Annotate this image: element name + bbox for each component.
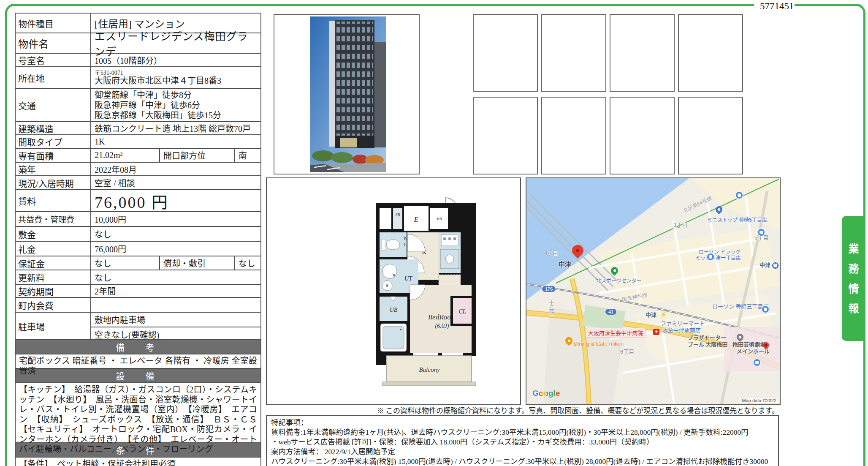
conditions-text: 【条件】 ペット相談・保証会社利用必須: [16, 457, 260, 466]
map-label-district3: 3丁目: [673, 221, 687, 229]
occupancy-status: 空室 / 相談: [91, 176, 260, 189]
map-label-district4: 4丁目: [544, 248, 558, 256]
key-money: 76,000円: [91, 242, 260, 256]
layout-type: 1K: [91, 135, 260, 148]
access: 御堂筋線「中津」徒歩8分 阪急神戸線「中津」徒歩6分 阪急京都線「大阪梅田」徒歩…: [91, 89, 260, 121]
map-label-lawson-toyosaki: ローソン 豊崎三丁目店: [712, 303, 769, 310]
table-row: 契約期間2年間: [16, 284, 260, 297]
svg-text:CL: CL: [458, 308, 466, 315]
table-row: 号室名1005（10階部分）: [16, 53, 260, 66]
property-table: 物件種目[住居用] マンション 物件名エスリードレジデンス梅田グランデ 号室名1…: [15, 13, 261, 466]
property-name: エスリードレジデンス梅田グランデ: [91, 33, 260, 53]
map-label-jusou: 十三筋: [548, 300, 555, 315]
metro-icon: M: [772, 262, 778, 269]
map-copyright: Map data ©2022: [741, 398, 778, 403]
photo-placeholder: [541, 97, 606, 174]
table-row: 現況/入居時期空室 / 相談: [16, 175, 260, 189]
svg-text:C: C: [404, 242, 407, 248]
table-row: 町内会費: [16, 297, 260, 312]
document-number: 5771451: [760, 1, 794, 12]
table-row: 交通 御堂筋線「中津」徒歩8分 阪急神戸線「中津」徒歩6分 阪急京都線「大阪梅田…: [16, 88, 260, 121]
map-label-famima2: 阪急中津駅前店: [662, 327, 701, 333]
map-label-lawson-drug2: ミック中津一丁目店: [695, 255, 741, 261]
parking: 敷地内駐車場 空きなし(要確認): [91, 313, 260, 339]
association-fee: [91, 298, 260, 312]
structure: 鉄筋コンクリート造 地上13階 総戸数70戸: [91, 122, 260, 134]
special-notes-title: 特記事項：: [271, 418, 774, 428]
table-row: 物件名エスリードレジデンス梅田グランデ: [16, 33, 260, 53]
management-fee: 10,000円: [91, 212, 260, 226]
deposit: なし: [91, 227, 260, 241]
map-label-district6: 6丁目: [620, 347, 634, 355]
room-number: 1005（10階部分）: [91, 54, 260, 66]
location-map: 北区第54号線 3丁目 ミニストップ 豊崎5丁目店 5丁目 4丁目 中津 ローソ…: [526, 177, 781, 405]
transit-icon: [706, 253, 715, 261]
table-row: 更新料なし: [16, 270, 260, 284]
photo-placeholder: [678, 14, 743, 92]
google-logo: Google: [532, 389, 560, 398]
svg-text:MB: MB: [436, 217, 442, 221]
photo-placeholder: [610, 97, 675, 174]
map-label-cafe: Dining & Cafe mikuri: [574, 341, 624, 347]
transit-icon: [761, 305, 770, 313]
address: 〒531-0071大阪府大阪市北区中津４丁目8番3: [91, 67, 260, 88]
business-info-tab: 業務情報: [842, 216, 864, 341]
floorplan-box: SB E MB W C K UT: [266, 177, 521, 405]
transit-icon: [757, 228, 765, 237]
svg-text:W: W: [403, 235, 408, 241]
svg-text:Balcony: Balcony: [419, 366, 439, 373]
equipment-text: 【キッチン】 給湯器（ガス）・ガスコンロ（2口）・システムキッチン 【水廻り】 …: [16, 382, 260, 442]
contract-period: 2年間: [91, 285, 260, 297]
building-photo: [310, 16, 386, 172]
map-label-theater: 梅田芸術劇場: [732, 341, 765, 348]
area-value: 21.02m²: [91, 149, 160, 162]
svg-text:E: E: [414, 215, 419, 223]
map-label-plaza2: プール 大阪梅田: [688, 341, 728, 348]
map-label-lawson-drug: ローソン ドラッグ: [699, 249, 741, 255]
building-photo-box: [274, 14, 420, 174]
photo-placeholder: [473, 97, 538, 174]
built-year: 2022年08月: [91, 163, 260, 175]
map-label-theater2: メインホール: [737, 348, 770, 354]
map-label-sports-center: 北スポーツセンター: [596, 278, 642, 284]
floorplan-drawing: SB E MB W C K UT: [370, 190, 482, 393]
rent-value: 76,000 円: [91, 190, 260, 211]
map-label-hospital: 大阪府済生会中津病院: [586, 328, 646, 338]
hospital-icon: +: [653, 329, 659, 335]
map-label-nakatsu-metro: 中津 M: [760, 262, 778, 269]
notes-text: 宅配ボックス 暗証番号 ・ エレベータ 各階有 ・ 冷暖房 全室設置済: [16, 354, 260, 368]
photo-placeholder: [678, 97, 743, 174]
map-base: [526, 178, 780, 404]
table-row: 共益費・管理費10,000円: [16, 211, 260, 226]
map-label-ministop: ミニストップ 豊崎5丁目店: [707, 217, 767, 223]
map-label-plaza: プラザモーター: [688, 335, 726, 341]
disclaimer: ※ この資料は物件の概略紹介資料になります。写真、間取図面、設備、概要などが現況…: [266, 405, 779, 415]
route-176-shield: 176: [542, 286, 556, 292]
map-label-nakatsu: 中津: [559, 259, 571, 268]
transit-icon: [735, 191, 743, 199]
postal-code: 〒531-0071: [95, 70, 123, 76]
table-row: 築年2022年08月: [16, 162, 260, 175]
route-41-shield: 41: [605, 308, 617, 315]
table-row: 建築構造鉄筋コンクリート造 地上13階 総戸数70戸: [16, 121, 260, 134]
table-row: 駐車場 敷地内駐車場 空きなし(要確認): [16, 312, 260, 339]
property-flyer: 5771451 物件種目[住居用] マンション 物件名エスリードレジデンス梅田グ…: [0, 0, 868, 466]
svg-text:UB: UB: [390, 307, 398, 313]
svg-text:SB: SB: [395, 213, 400, 217]
table-row: 間取タイプ1K: [16, 134, 260, 148]
table-row: 礼金76,000円: [16, 241, 260, 256]
photo-placeholder: [610, 14, 675, 92]
opening-value: 南: [235, 149, 260, 162]
map-label-famima: ファミリーマート: [661, 320, 705, 327]
transit-icon: [753, 358, 761, 367]
table-row: 保証金 なし 償却・敷引 なし: [16, 256, 260, 270]
map-label-nakatsu-hankyu: 中津: [646, 312, 656, 318]
guarantee-value: なし: [91, 256, 160, 270]
table-row: 賃料76,000 円: [16, 189, 260, 211]
special-notes-box: 特記事項： 賃料備考:1年未満解約違約金1ヶ月(共込)、退去時ハウスクリーニング…: [266, 415, 779, 466]
table-row: 所在地 〒531-0071大阪府大阪市北区中津４丁目8番3: [16, 66, 260, 88]
photo-placeholder: [473, 14, 538, 92]
table-row: 敷金なし: [16, 226, 260, 241]
renewal-fee: なし: [91, 270, 260, 284]
photo-placeholder: [541, 14, 606, 92]
